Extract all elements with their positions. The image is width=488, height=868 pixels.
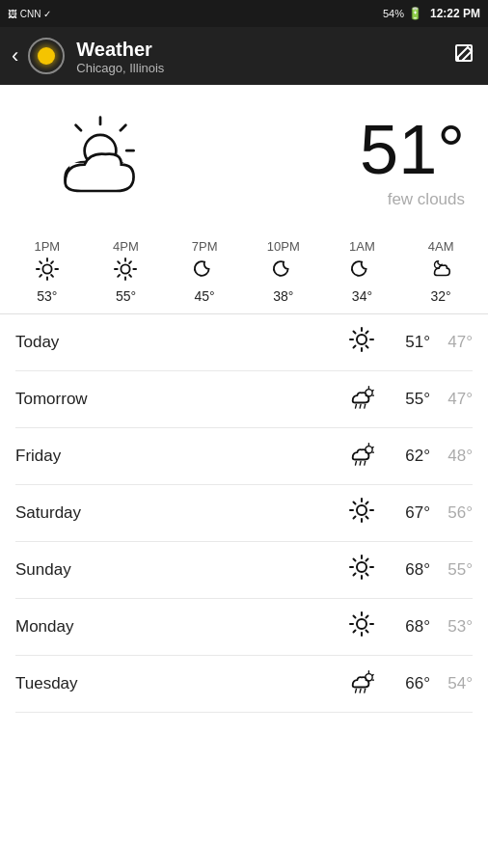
daily-weather-icon xyxy=(349,611,374,642)
svg-line-59 xyxy=(354,517,356,519)
svg-line-85 xyxy=(360,689,361,692)
daily-low: 54° xyxy=(430,674,473,693)
hourly-temp: 32° xyxy=(431,288,451,304)
current-description: few clouds xyxy=(360,190,465,209)
svg-line-45 xyxy=(365,404,366,408)
hourly-item: 10PM 38° xyxy=(255,239,312,304)
daily-day: Sunday xyxy=(15,560,349,580)
svg-line-66 xyxy=(354,559,356,561)
hourly-forecast: 1PM 53° 4PM 55° 7PM xyxy=(0,230,488,314)
svg-line-57 xyxy=(354,502,356,504)
svg-point-29 xyxy=(122,264,130,273)
svg-point-61 xyxy=(357,505,366,515)
svg-line-75 xyxy=(354,616,356,618)
daily-day: Friday xyxy=(15,447,349,466)
hourly-item: 4AM 32° xyxy=(412,239,470,304)
hourly-temp: 53° xyxy=(37,288,57,304)
app-title: Weather xyxy=(76,38,453,61)
svg-line-3 xyxy=(121,125,125,130)
hourly-time: 4PM xyxy=(113,239,139,254)
svg-line-44 xyxy=(360,404,361,408)
current-weather-icon xyxy=(23,104,177,220)
svg-line-76 xyxy=(366,616,368,618)
current-temperature: 51° xyxy=(360,115,465,184)
svg-line-67 xyxy=(366,559,368,561)
svg-line-69 xyxy=(366,574,368,576)
svg-line-16 xyxy=(40,261,41,263)
hourly-item: 1AM 34° xyxy=(333,239,391,304)
daily-weather-icon xyxy=(349,384,374,415)
svg-point-38 xyxy=(357,335,366,344)
svg-line-35 xyxy=(366,332,368,334)
daily-day: Monday xyxy=(15,617,349,637)
daily-row: Today 51° 47° xyxy=(15,314,473,371)
daily-row: Tomorrow 55° 47° xyxy=(15,371,473,428)
daily-day: Tomorrow xyxy=(15,390,349,409)
hourly-temp: 55° xyxy=(116,288,136,304)
daily-high: 68° xyxy=(388,560,430,580)
status-bar-icons: 🖼 CNN ✓ xyxy=(8,9,51,19)
svg-line-50 xyxy=(356,461,357,465)
svg-line-52 xyxy=(365,461,366,465)
daily-weather-icon xyxy=(349,327,374,358)
hourly-item: 1PM 53° xyxy=(18,239,76,304)
daily-weather-icon xyxy=(349,441,374,472)
app-subtitle: Chicago, Illinois xyxy=(76,61,453,75)
daily-day: Tuesday xyxy=(15,674,349,693)
svg-point-20 xyxy=(42,264,51,273)
hourly-weather-icon xyxy=(114,258,137,285)
svg-line-37 xyxy=(366,346,368,348)
svg-line-26 xyxy=(130,261,132,263)
svg-line-84 xyxy=(356,689,357,692)
daily-high: 67° xyxy=(388,503,430,523)
hourly-weather-icon xyxy=(272,258,295,285)
daily-weather-icon xyxy=(349,498,374,529)
hourly-item: 7PM 45° xyxy=(176,239,233,304)
svg-line-68 xyxy=(354,574,356,576)
svg-line-86 xyxy=(365,689,366,692)
daily-row: Monday 68° 53° xyxy=(15,599,473,656)
app-bar: ‹ Weather Chicago, Illinois xyxy=(0,27,488,85)
svg-line-51 xyxy=(360,461,361,465)
svg-line-43 xyxy=(356,404,357,408)
hourly-temp: 38° xyxy=(273,288,293,304)
svg-line-25 xyxy=(119,261,121,263)
hourly-time: 1AM xyxy=(349,239,375,254)
hourly-temp: 45° xyxy=(195,288,215,304)
svg-point-70 xyxy=(357,562,366,572)
svg-line-6 xyxy=(76,125,81,130)
daily-high: 62° xyxy=(388,447,430,466)
svg-line-60 xyxy=(366,517,368,519)
daily-forecast: Today 51° 47° Tomorrow xyxy=(0,314,488,713)
daily-low: 47° xyxy=(430,333,473,352)
hourly-weather-icon xyxy=(36,258,59,285)
svg-line-17 xyxy=(51,261,53,263)
temperature-block: 51° few clouds xyxy=(360,115,465,209)
hourly-weather-icon xyxy=(350,258,373,285)
time-display: 12:22 PM xyxy=(430,7,480,20)
battery-percent: 54% xyxy=(383,8,404,19)
svg-line-28 xyxy=(130,275,132,277)
battery-icon: 🔋 xyxy=(408,7,422,20)
daily-low: 53° xyxy=(430,617,473,637)
daily-weather-icon xyxy=(349,555,374,585)
hourly-item: 4PM 55° xyxy=(96,239,154,304)
daily-day: Saturday xyxy=(15,503,349,523)
status-bar-right: 54% 🔋 12:22 PM xyxy=(383,7,480,20)
daily-high: 68° xyxy=(388,617,430,637)
svg-line-78 xyxy=(366,631,368,633)
app-bar-text: Weather Chicago, Illinois xyxy=(76,38,453,75)
daily-high: 51° xyxy=(388,333,430,352)
hourly-temp: 34° xyxy=(352,288,372,304)
hourly-weather-icon xyxy=(429,258,452,285)
edit-button[interactable] xyxy=(453,42,476,70)
back-button[interactable]: ‹ xyxy=(12,43,18,68)
daily-low: 55° xyxy=(430,560,473,580)
hourly-weather-icon xyxy=(193,258,216,285)
daily-high: 66° xyxy=(388,674,430,693)
daily-day: Today xyxy=(15,333,349,352)
current-weather: 51° few clouds xyxy=(0,85,488,230)
app-icon xyxy=(28,38,65,74)
daily-low: 47° xyxy=(430,390,473,409)
daily-low: 56° xyxy=(430,503,473,523)
